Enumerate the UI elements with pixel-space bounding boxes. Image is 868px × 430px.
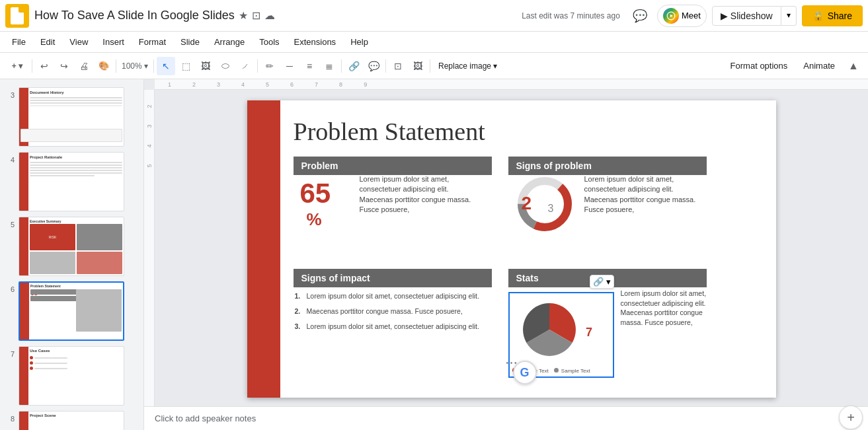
redo-button[interactable]: ↪ bbox=[55, 57, 73, 75]
slide-thumb-4[interactable]: 4 Project Rationale bbox=[0, 149, 143, 214]
slideshow-button[interactable]: ▶ Slideshow bbox=[712, 6, 781, 26]
replace-image-button[interactable]: Replace image ▾ bbox=[433, 59, 502, 73]
slideshow-button-group: ▶ Slideshow ▾ bbox=[712, 6, 797, 26]
signs-of-problem-text: Lorem ipsum dolor sit amet, consectetuer… bbox=[584, 174, 700, 215]
undo-button[interactable]: ↩ bbox=[35, 57, 54, 75]
toolbar-sep-1 bbox=[32, 59, 32, 73]
link-button[interactable]: 🔗 bbox=[344, 57, 363, 75]
menu-edit[interactable]: Edit bbox=[34, 34, 61, 50]
menu-view[interactable]: View bbox=[63, 34, 95, 50]
collapse-toolbar-button[interactable]: ▲ bbox=[844, 57, 863, 75]
legend-dot-2 bbox=[554, 368, 559, 373]
impact-list: 1. Lorem ipsum dolor sit amet, consectet… bbox=[295, 291, 480, 336]
share-button[interactable]: 🔒 Share bbox=[802, 5, 863, 26]
problem-percent: % bbox=[307, 209, 322, 230]
image-button[interactable]: 🖼 bbox=[196, 57, 215, 75]
meet-button[interactable]: Meet bbox=[657, 5, 707, 27]
canvas-area: 1 2 3 4 5 6 7 8 9 2 3 4 5 P bbox=[144, 79, 868, 430]
add-slide-button[interactable]: + bbox=[839, 406, 863, 429]
animate-button[interactable]: Animate bbox=[797, 58, 842, 73]
pie-chart-svg: 7 bbox=[510, 293, 609, 366]
print-button[interactable]: 🖨 bbox=[75, 57, 93, 75]
toolbar-end: Format options Animate ▲ bbox=[724, 57, 863, 75]
menu-slide[interactable]: Slide bbox=[174, 34, 206, 50]
impact-section-header: Signs of impact bbox=[294, 269, 492, 287]
line-style-button[interactable]: ─ bbox=[280, 57, 299, 75]
select-tool-button[interactable]: ↖ bbox=[157, 57, 175, 75]
canvas-main: 2 3 4 5 Problem Statement Problem bbox=[144, 90, 868, 406]
list-button[interactable]: ≡ bbox=[300, 57, 319, 75]
problem-section-header: Problem bbox=[294, 157, 492, 175]
crop-button[interactable]: ⊡ bbox=[389, 57, 407, 75]
legend-item-2: Sample Text bbox=[554, 368, 590, 374]
thumb-img-7: Use Cases bbox=[19, 346, 124, 406]
menu-insert[interactable]: Insert bbox=[96, 34, 131, 50]
title-icons: ★ ⊡ ☁ bbox=[239, 9, 275, 22]
pen-button[interactable]: ✏ bbox=[260, 57, 279, 75]
lock-icon: 🔒 bbox=[812, 11, 824, 21]
menu-arrange[interactable]: Arrange bbox=[208, 34, 251, 50]
meet-icon bbox=[663, 8, 679, 24]
toolbar-sep-5 bbox=[341, 59, 342, 73]
lines-button[interactable]: ⟋ bbox=[236, 57, 255, 75]
slide-red-bar bbox=[247, 100, 280, 398]
slide-thumb-8[interactable]: 8 Project Scene bbox=[0, 408, 143, 430]
speaker-notes[interactable]: Click to add speaker notes bbox=[144, 406, 868, 430]
toolbar-sep-2 bbox=[116, 59, 116, 73]
top-right-actions: 💬 Meet ▶ Slideshow ▾ 🔒 Share bbox=[628, 4, 863, 28]
toolbar-sep-6 bbox=[385, 59, 386, 73]
comment-button[interactable]: 💬 bbox=[364, 57, 383, 75]
menu-help[interactable]: Help bbox=[344, 34, 375, 50]
slide-thumb-3[interactable]: 3 Document History bbox=[0, 85, 143, 149]
problem-number: 65 bbox=[300, 180, 331, 207]
menu-format[interactable]: Format bbox=[132, 34, 173, 50]
slide-thumb-6[interactable]: 6 Problem Statement 65 bbox=[0, 279, 143, 343]
text-box-button[interactable]: ⬚ bbox=[177, 57, 195, 75]
vertical-ruler: 2 3 4 5 bbox=[144, 90, 155, 406]
shapes-button[interactable]: ⬭ bbox=[216, 57, 235, 75]
app-logo[interactable] bbox=[5, 4, 29, 28]
svg-text:7: 7 bbox=[585, 326, 592, 339]
chat-button[interactable]: 💬 bbox=[628, 4, 652, 28]
menu-extensions[interactable]: Extensions bbox=[288, 34, 343, 50]
zoom-selector[interactable]: 100% ▾ bbox=[119, 57, 151, 75]
format-options-button[interactable]: Format options bbox=[724, 58, 795, 73]
slideshow-arrow-button[interactable]: ▾ bbox=[781, 6, 797, 26]
add-button[interactable]: + ▾ bbox=[5, 57, 29, 75]
slide-thumb-5[interactable]: 5 Executive Summary RISK bbox=[0, 214, 143, 279]
list2-button[interactable]: ≣ bbox=[320, 57, 338, 75]
menu-tools[interactable]: Tools bbox=[253, 34, 286, 50]
toolbar-sep-4 bbox=[257, 59, 258, 73]
slide-panel: 3 Document History 4 bbox=[0, 79, 144, 430]
paint-format-button[interactable]: 🎨 bbox=[95, 57, 113, 75]
history-icon[interactable]: ⊡ bbox=[252, 9, 260, 22]
stats-text: Lorem ipsum dolor sit amet, consectetuer… bbox=[621, 289, 707, 328]
menu-file[interactable]: File bbox=[5, 34, 32, 50]
slide-thumb-7[interactable]: 7 Use Cases bbox=[0, 343, 143, 408]
toolbar-sep-3 bbox=[153, 59, 154, 73]
problem-text: Lorem ipsum dolor sit amet, consectetuer… bbox=[360, 174, 479, 215]
horizontal-ruler: 1 2 3 4 5 6 7 8 9 bbox=[155, 79, 868, 90]
speaker-notes-placeholder: Click to add speaker notes bbox=[155, 413, 256, 423]
image-options-button[interactable]: 🖼 bbox=[409, 57, 427, 75]
slideshow-icon: ▶ bbox=[721, 11, 728, 21]
main-area: 3 Document History 4 bbox=[0, 79, 868, 430]
chart-options-icon[interactable]: ▾ bbox=[606, 277, 611, 287]
slide-num-6: 6 bbox=[5, 285, 15, 293]
slide-num-7: 7 bbox=[5, 350, 15, 358]
slide-title: Problem Statement bbox=[294, 117, 485, 146]
star-icon[interactable]: ★ bbox=[239, 9, 248, 22]
slide-drag-handle: • • • bbox=[506, 359, 516, 367]
cloud-icon[interactable]: ☁ bbox=[264, 9, 275, 22]
toolbar: + ▾ ↩ ↪ 🖨 🎨 100% ▾ ↖ ⬚ 🖼 ⬭ ⟋ ✏ ─ ≡ ≣ 🔗 💬… bbox=[0, 53, 868, 79]
replace-image-label: Replace image bbox=[438, 61, 491, 71]
thumb-img-8: Project Scene bbox=[19, 411, 124, 430]
thumb-img-6: Problem Statement 65 bbox=[19, 281, 124, 341]
link-chart-icon[interactable]: 🔗 bbox=[593, 277, 604, 287]
meet-label: Meet bbox=[682, 11, 701, 20]
slide-canvas-wrapper[interactable]: Problem Statement Problem Signs of probl… bbox=[155, 90, 868, 406]
thumb-img-5: Executive Summary RISK bbox=[19, 217, 124, 276]
thumb-img-4: Project Rationale bbox=[19, 152, 124, 211]
signs-section-header: Signs of problem bbox=[508, 157, 707, 175]
svg-marker-1 bbox=[670, 14, 673, 17]
